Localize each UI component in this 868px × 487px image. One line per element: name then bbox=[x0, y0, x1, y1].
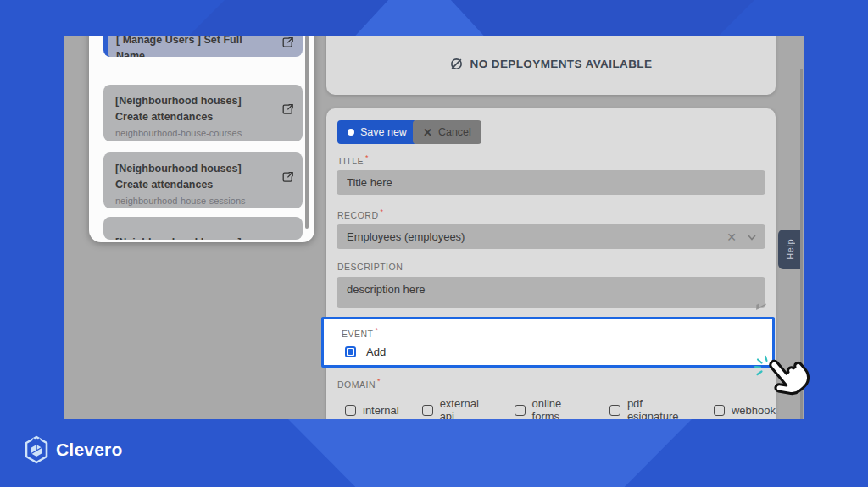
required-asterisk: * bbox=[376, 326, 379, 335]
external-link-icon[interactable] bbox=[281, 36, 294, 49]
checkbox-empty-icon[interactable] bbox=[714, 405, 725, 416]
domain-field-label: DOMAIN* bbox=[337, 377, 381, 390]
save-new-label: Save new bbox=[360, 126, 407, 138]
dot-circle-icon bbox=[348, 129, 354, 136]
card-partial-clipped[interactable]: [Neighbourhood houses] Create attendance… bbox=[103, 217, 303, 240]
circle-slash-icon bbox=[450, 58, 463, 70]
domain-option-label: pdf esignature bbox=[627, 397, 691, 419]
card-list-scrollbar[interactable] bbox=[305, 36, 309, 229]
event-option-add[interactable]: Add bbox=[345, 346, 386, 358]
record-field-label: RECORD* bbox=[337, 208, 384, 220]
card-title: [Neighbourhood houses] Create attendance… bbox=[115, 93, 274, 126]
domain-options-row: internal external api online forms pdf e… bbox=[345, 397, 776, 419]
record-select-value: Employees (employees) bbox=[347, 230, 465, 243]
checkbox-empty-icon[interactable] bbox=[515, 405, 526, 416]
card-title: [ Manage Users ] Set Full Name bbox=[116, 36, 274, 57]
background-light-diamond-bottom bbox=[288, 419, 692, 487]
domain-option-online-forms[interactable]: online forms bbox=[515, 397, 587, 419]
help-tab[interactable]: Help bbox=[778, 230, 802, 269]
cancel-button[interactable]: ✕ Cancel bbox=[413, 120, 481, 144]
no-deployments-message: NO DEPLOYMENTS AVAILABLE bbox=[470, 58, 653, 70]
event-option-label: Add bbox=[366, 346, 386, 358]
domain-option-label: external api bbox=[440, 397, 492, 419]
clear-selection-icon[interactable]: ✕ bbox=[726, 230, 737, 244]
x-icon: ✕ bbox=[423, 126, 432, 139]
record-select[interactable]: Employees (employees) ✕ bbox=[337, 224, 765, 249]
title-input[interactable] bbox=[337, 170, 765, 195]
save-new-button[interactable]: Save new bbox=[337, 120, 417, 144]
card-subtitle: neighbourhood-house-courses bbox=[115, 127, 274, 140]
checkbox-empty-icon[interactable] bbox=[609, 405, 620, 416]
help-tab-label: Help bbox=[785, 239, 795, 260]
domain-option-external-api[interactable]: external api bbox=[422, 397, 492, 419]
domain-option-internal[interactable]: internal bbox=[345, 397, 399, 419]
domain-option-label: internal bbox=[363, 404, 399, 417]
hand-cursor-icon bbox=[757, 356, 810, 405]
deployment-card-list-panel: [ Manage Users ] Set Full Name employees… bbox=[89, 36, 314, 242]
event-field-highlighted: EVENT* Add bbox=[321, 317, 775, 368]
external-link-icon[interactable] bbox=[281, 103, 294, 116]
checkbox-empty-icon[interactable] bbox=[422, 405, 433, 416]
checkbox-empty-icon[interactable] bbox=[345, 405, 356, 416]
brand-logo: Clevero bbox=[24, 435, 122, 464]
clevero-logo-icon bbox=[24, 435, 49, 464]
domain-option-label: online forms bbox=[532, 397, 587, 419]
required-asterisk: * bbox=[381, 208, 384, 216]
required-asterisk: * bbox=[365, 153, 369, 162]
deployments-panel: NO DEPLOYMENTS AVAILABLE bbox=[326, 36, 776, 95]
card-manage-users-set-full-name[interactable]: [ Manage Users ] Set Full Name employees bbox=[103, 36, 303, 57]
event-field-label: EVENT* bbox=[342, 326, 379, 339]
card-title: [Neighbourhood houses] Create attendance… bbox=[115, 235, 274, 240]
external-link-icon[interactable] bbox=[281, 171, 294, 184]
domain-option-label: webhook bbox=[732, 404, 776, 417]
card-title: [Neighbourhood houses] Create attendance… bbox=[115, 161, 274, 194]
deployment-form-panel: Save new ✕ Cancel TITLE* RECORD* Employe… bbox=[326, 108, 776, 419]
required-asterisk: * bbox=[377, 377, 381, 385]
description-field-label: DESCRIPTION bbox=[337, 262, 403, 272]
brand-name: Clevero bbox=[56, 440, 122, 460]
cancel-label: Cancel bbox=[438, 126, 471, 138]
card-create-attendances-sessions[interactable]: [Neighbourhood houses] Create attendance… bbox=[103, 152, 303, 208]
app-screenshot: [ Manage Users ] Set Full Name employees… bbox=[64, 36, 804, 419]
description-textarea[interactable]: description here bbox=[337, 277, 765, 308]
card-create-attendances-courses[interactable]: [Neighbourhood houses] Create attendance… bbox=[103, 85, 303, 141]
domain-option-pdf-esignature[interactable]: pdf esignature bbox=[609, 397, 691, 419]
title-field-label: TITLE* bbox=[337, 153, 369, 166]
chevron-down-icon[interactable] bbox=[747, 232, 757, 242]
card-subtitle: neighbourhood-house-sessions bbox=[115, 195, 274, 208]
checkbox-checked-icon[interactable] bbox=[345, 346, 356, 357]
